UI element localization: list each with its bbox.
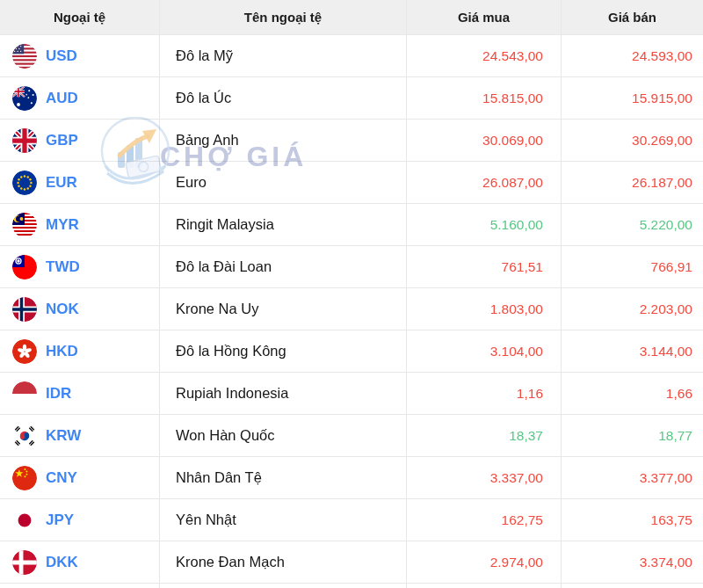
- flag-cn-icon: [12, 466, 37, 490]
- buy-price: 1.803,00: [406, 288, 561, 330]
- currency-cell: HKD: [0, 330, 159, 373]
- currency-code-link[interactable]: GBP: [46, 132, 78, 149]
- table-row: USD Đô la Mỹ 24.543,00 24.593,00: [0, 35, 703, 77]
- header-buy-price: Giá mua: [406, 0, 561, 35]
- buy-price: 3.337,00: [406, 457, 561, 499]
- currency-code-link[interactable]: HKD: [46, 343, 78, 360]
- currency-code-link[interactable]: NOK: [46, 301, 79, 318]
- sell-price: 5.220,00: [561, 204, 703, 246]
- currency-code-link[interactable]: MYR: [46, 216, 79, 234]
- flag-tw-icon: [12, 255, 37, 279]
- sell-price: 163,75: [561, 499, 703, 541]
- currency-cell: USD: [0, 35, 159, 77]
- table-row: DKK Krone Đan Mạch 2.974,00 3.374,00: [0, 541, 703, 584]
- currency-name: Bảng Anh: [159, 120, 406, 162]
- currency-code-link[interactable]: TWD: [46, 258, 80, 276]
- table-row: HKD Đô la Hồng Kông 3.104,00 3.144,00: [0, 330, 703, 373]
- table-row: NOK Krone Na Uy 1.803,00 2.203,00: [0, 288, 703, 330]
- table-body: USD Đô la Mỹ 24.543,00 24.593,00 AUD Đô …: [0, 35, 703, 584]
- buy-price: 30.069,00: [406, 120, 561, 162]
- buy-price: 15.815,00: [406, 77, 561, 120]
- table-header-row: Ngoại tệ Tên ngoại tệ Giá mua Giá bán: [0, 0, 703, 35]
- table-row: CNY Nhân Dân Tệ 3.337,00 3.377,00: [0, 457, 703, 499]
- header-currency: Ngoại tệ: [0, 0, 159, 35]
- header-currency-name: Tên ngoại tệ: [159, 0, 406, 35]
- buy-price: 2.974,00: [406, 541, 561, 584]
- sell-price: 15.915,00: [561, 77, 703, 120]
- currency-code-link[interactable]: AUD: [46, 90, 78, 107]
- currency-code-link[interactable]: IDR: [46, 385, 71, 403]
- currency-cell: JPY: [0, 499, 159, 541]
- buy-price: 24.543,00: [406, 35, 561, 77]
- sell-price: 1,66: [561, 373, 703, 415]
- sell-price: 3.374,00: [561, 541, 703, 584]
- sell-price: 3.144,00: [561, 330, 703, 373]
- currency-code-link[interactable]: EUR: [46, 174, 77, 192]
- flag-id-icon: [12, 381, 37, 406]
- buy-price: 3.104,00: [406, 330, 561, 373]
- currency-name: Krone Na Uy: [159, 288, 406, 330]
- currency-name: Rupiah Indonesia: [159, 373, 406, 415]
- sell-price: 24.593,00: [561, 35, 703, 77]
- table-row: MYR Ringit Malaysia 5.160,00 5.220,00: [0, 204, 703, 246]
- currency-name: Krone Đan Mạch: [159, 541, 406, 584]
- currency-cell: CNY: [0, 457, 159, 499]
- sell-price: 3.377,00: [561, 457, 703, 499]
- currency-code-link[interactable]: DKK: [46, 554, 78, 571]
- currency-cell: IDR: [0, 373, 159, 415]
- currency-code-link[interactable]: CNY: [46, 469, 77, 487]
- currency-cell: TWD: [0, 246, 159, 288]
- table-row: IDR Rupiah Indonesia 1,16 1,66: [0, 373, 703, 415]
- buy-price: 18,37: [406, 415, 561, 457]
- currency-cell: AUD: [0, 77, 159, 120]
- sell-price: 18,77: [561, 415, 703, 457]
- sell-price: 26.187,00: [561, 162, 703, 204]
- currency-cell: KRW: [0, 415, 159, 457]
- partial-row: [0, 584, 703, 588]
- flag-my-icon: [12, 213, 37, 237]
- currency-name: Đô la Đài Loan: [159, 246, 406, 288]
- table-row: GBP Bảng Anh 30.069,00 30.269,00: [0, 120, 703, 162]
- flag-hk-icon: [12, 339, 37, 364]
- currency-cell: GBP: [0, 120, 159, 162]
- currency-code-link[interactable]: JPY: [46, 512, 74, 529]
- flag-us-icon: [12, 44, 37, 69]
- currency-code-link[interactable]: USD: [46, 47, 77, 65]
- currency-name: Euro: [159, 162, 406, 204]
- sell-price: 766,91: [561, 246, 703, 288]
- sell-price: 2.203,00: [561, 288, 703, 330]
- currency-name: Ringit Malaysia: [159, 204, 406, 246]
- currency-name: Đô la Hồng Kông: [159, 330, 406, 373]
- currency-code-link[interactable]: KRW: [46, 427, 81, 445]
- flag-au-icon: [12, 86, 37, 111]
- currency-cell: EUR: [0, 162, 159, 204]
- buy-price: 5.160,00: [406, 204, 561, 246]
- currency-cell: NOK: [0, 288, 159, 330]
- buy-price: 761,51: [406, 246, 561, 288]
- flag-eu-icon: [12, 171, 37, 195]
- currency-name: Đô la Úc: [159, 77, 406, 120]
- buy-price: 1,16: [406, 373, 561, 415]
- currency-cell: DKK: [0, 541, 159, 584]
- currency-name: Nhân Dân Tệ: [159, 457, 406, 499]
- header-sell-price: Giá bán: [561, 0, 703, 35]
- flag-gb-icon: [12, 128, 37, 153]
- currency-cell: MYR: [0, 204, 159, 246]
- currency-name: Đô la Mỹ: [159, 35, 406, 77]
- table-row: TWD Đô la Đài Loan 761,51 766,91: [0, 246, 703, 288]
- flag-kr-icon: [12, 424, 37, 448]
- flag-dk-icon: [12, 550, 37, 575]
- exchange-rate-table-page: Ngoại tệ Tên ngoại tệ Giá mua Giá bán US…: [0, 0, 703, 588]
- table-row: EUR Euro 26.087,00 26.187,00: [0, 162, 703, 204]
- sell-price: 30.269,00: [561, 120, 703, 162]
- currency-name: Yên Nhật: [159, 499, 406, 541]
- table-row: AUD Đô la Úc 15.815,00 15.915,00: [0, 77, 703, 120]
- table-row: KRW Won Hàn Quốc 18,37 18,77: [0, 415, 703, 457]
- buy-price: 26.087,00: [406, 162, 561, 204]
- table-row: JPY Yên Nhật 162,75 163,75: [0, 499, 703, 541]
- flag-jp-icon: [12, 508, 37, 533]
- flag-no-icon: [12, 297, 37, 322]
- buy-price: 162,75: [406, 499, 561, 541]
- currency-name: Won Hàn Quốc: [159, 415, 406, 457]
